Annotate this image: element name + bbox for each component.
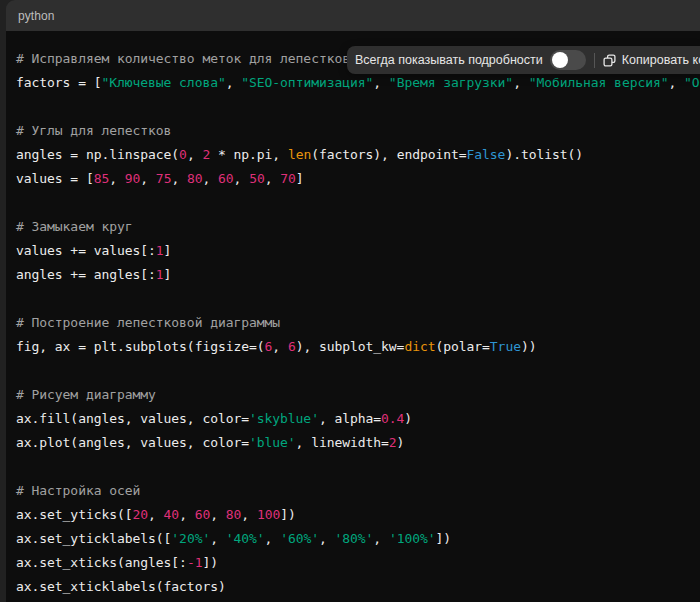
copy-code-button[interactable]: Копировать код bbox=[603, 53, 700, 67]
code-block: python # Исправляем количество меток для… bbox=[6, 0, 700, 602]
code-line: ax.set_xticks(angles[:-1]) bbox=[16, 551, 700, 575]
page: { "page": { "background": "#212121" }, "… bbox=[0, 0, 700, 602]
code-token: 20 bbox=[133, 507, 149, 522]
code-line bbox=[16, 359, 700, 383]
code-token: , bbox=[241, 507, 257, 522]
code-line: ax.fill(angles, values, color='skyblue',… bbox=[16, 407, 700, 431]
code-line: angles = np.linspace(0, 2 * np.pi, len(f… bbox=[16, 143, 700, 167]
code-token: '40%' bbox=[226, 531, 265, 546]
code-token: 80 bbox=[187, 171, 203, 186]
code-token: (polar= bbox=[435, 339, 489, 354]
code-line: values += values[:1] bbox=[16, 239, 700, 263]
code-token: angles = np.linspace( bbox=[16, 147, 179, 162]
code-token: '100%' bbox=[389, 531, 436, 546]
code-token: 70 bbox=[280, 171, 296, 186]
code-token: , alpha= bbox=[319, 411, 381, 426]
code-token: 2 bbox=[389, 435, 397, 450]
code-token: 40 bbox=[164, 507, 180, 522]
code-token: ]) bbox=[436, 531, 452, 546]
code-token: '80%' bbox=[335, 531, 374, 546]
code-token: angles += angles[: bbox=[16, 267, 156, 282]
code-token: "Мобильная версия" bbox=[529, 75, 669, 90]
code-token: ax.set_xticks(angles[: bbox=[16, 555, 187, 570]
code-token: , bbox=[272, 339, 288, 354]
code-token: 80 bbox=[226, 507, 242, 522]
code-token: fig, ax = plt.subplots(figsize=( bbox=[16, 339, 265, 354]
code-line: ax.set_xticklabels(factors) bbox=[16, 575, 700, 599]
code-token: 1 bbox=[156, 243, 164, 258]
code-language-label: python bbox=[18, 9, 55, 23]
code-token: 85 bbox=[94, 171, 110, 186]
code-token: , bbox=[210, 507, 226, 522]
code-token: 100 bbox=[257, 507, 280, 522]
copy-code-label: Копировать код bbox=[622, 53, 700, 67]
code-token: , bbox=[210, 531, 226, 546]
toolbar-divider bbox=[594, 53, 595, 68]
code-token: 60 bbox=[218, 171, 234, 186]
details-toggle[interactable] bbox=[550, 50, 586, 70]
code-token: , bbox=[171, 171, 187, 186]
code-token: * np.pi, bbox=[210, 147, 288, 162]
code-token: # Построение лепестковой диаграммы bbox=[16, 315, 280, 330]
code-line bbox=[16, 191, 700, 215]
code-line: # Замыкаем круг bbox=[16, 215, 700, 239]
code-toolbar: Всегда показывать подробности Копировать… bbox=[347, 46, 700, 74]
code-token: values += values[: bbox=[16, 243, 156, 258]
code-token: ]) bbox=[280, 507, 296, 522]
code-token: , bbox=[265, 171, 281, 186]
code-token: "SEO-оптимизация" bbox=[241, 75, 373, 90]
always-show-details-label: Всегда показывать подробности bbox=[355, 53, 543, 67]
code-token: , bbox=[187, 147, 203, 162]
code-token: values = [ bbox=[16, 171, 94, 186]
code-line: # Настройка осей bbox=[16, 479, 700, 503]
code-token: ax.fill(angles, values, color= bbox=[16, 411, 249, 426]
code-token: # Настройка осей bbox=[16, 483, 140, 498]
code-token: ax.set_yticks([ bbox=[16, 507, 133, 522]
code-line bbox=[16, 455, 700, 479]
code-line: # Углы для лепестков bbox=[16, 119, 700, 143]
code-token: , bbox=[179, 507, 195, 522]
code-token: ), subplot_kw= bbox=[296, 339, 405, 354]
code-token: , bbox=[203, 171, 219, 186]
code-token: ) bbox=[397, 435, 405, 450]
code-token: '60%' bbox=[280, 531, 319, 546]
code-token: )) bbox=[521, 339, 537, 354]
code-token: , bbox=[319, 531, 335, 546]
code-token: False bbox=[467, 147, 506, 162]
code-token: , linewidth= bbox=[296, 435, 389, 450]
code-line: ax.set_yticks([20, 40, 60, 80, 100]) bbox=[16, 503, 700, 527]
code-token: ] bbox=[296, 171, 304, 186]
toggle-knob bbox=[552, 52, 568, 68]
code-token: 1 bbox=[156, 267, 164, 282]
code-token: 75 bbox=[156, 171, 172, 186]
code-token: 0 bbox=[179, 147, 187, 162]
code-token: , bbox=[373, 531, 389, 546]
code-line: ax.plot(angles, values, color='blue', li… bbox=[16, 431, 700, 455]
code-line: ax.set_yticklabels(['20%', '40%', '60%',… bbox=[16, 527, 700, 551]
code-line bbox=[16, 287, 700, 311]
code-token: , bbox=[513, 75, 529, 90]
code-token: ax.set_xticklabels(factors) bbox=[16, 579, 226, 594]
code-token: -1 bbox=[187, 555, 203, 570]
code-line: angles += angles[:1] bbox=[16, 263, 700, 287]
code-token: 0.4 bbox=[381, 411, 404, 426]
code-line: fig, ax = plt.subplots(figsize=(6, 6), s… bbox=[16, 335, 700, 359]
code-token: 60 bbox=[195, 507, 211, 522]
code-token: factors = [ bbox=[16, 75, 101, 90]
code-token: 'skyblue' bbox=[249, 411, 319, 426]
code-token: 90 bbox=[125, 171, 141, 186]
code-line: values = [85, 90, 75, 80, 60, 50, 70] bbox=[16, 167, 700, 191]
code-token: , bbox=[234, 171, 250, 186]
code-line bbox=[16, 95, 700, 119]
code-token: , bbox=[265, 531, 281, 546]
code-token: ]) bbox=[202, 555, 218, 570]
code-token: ).tolist() bbox=[505, 147, 583, 162]
code-token: , bbox=[140, 171, 156, 186]
code-token: ax.set_yticklabels([ bbox=[16, 531, 171, 546]
code-token: , bbox=[148, 507, 164, 522]
code-token: ] bbox=[164, 267, 172, 282]
code-token: , bbox=[109, 171, 125, 186]
code-token: '20%' bbox=[171, 531, 210, 546]
code-line: # Построение лепестковой диаграммы bbox=[16, 311, 700, 335]
code-token: ] bbox=[164, 243, 172, 258]
